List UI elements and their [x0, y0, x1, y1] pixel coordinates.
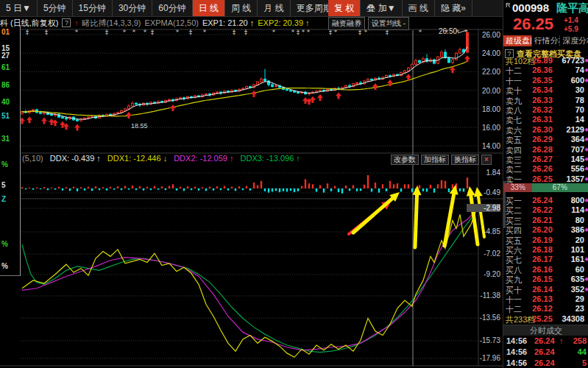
trade-tick-row: 14:5626.245 — [503, 358, 588, 368]
order-book-row[interactable]: 卖九26.3378 — [503, 96, 588, 105]
volume-change-marker: ◆ — [585, 227, 588, 233]
order-volume: 78 — [553, 96, 584, 105]
order-volume: 364 — [553, 135, 584, 144]
order-book-row[interactable]: 卖五26.29364◆ — [503, 135, 588, 144]
svg-text:‡: ‡ — [297, 29, 300, 36]
order-book-row[interactable]: 卖六26.302129◆ — [503, 125, 588, 135]
order-book-row[interactable]: 买九26.15635◆ — [503, 275, 588, 284]
overlay-button[interactable]: 融资融券 — [328, 17, 365, 30]
svg-text:*: * — [123, 29, 127, 36]
signal-up-icon: ↑ — [74, 19, 78, 27]
indicator-button[interactable]: 加指标 — [421, 155, 449, 165]
toolbar-button[interactable]: 隐 藏» — [435, 0, 472, 16]
period-tab[interactable]: 5 日▼ — [0, 0, 38, 16]
ddx-values: DDX: -0.439 ↑DDX1: -12.446 ↓DDX2: -12.05… — [50, 154, 300, 163]
order-book-row[interactable]: 买六26.18101 — [503, 245, 588, 255]
order-volume: 600 — [553, 76, 584, 85]
order-book-row[interactable]: 卖二26.26556◆ — [503, 164, 588, 174]
toolbar-button[interactable]: 叠 加▼ — [361, 0, 402, 16]
tick-volume: 5 — [582, 358, 587, 367]
order-book-row[interactable]: 卖七26.3114 — [503, 115, 588, 124]
sell-ratio: 33% — [504, 183, 532, 192]
period-tab[interactable]: 日 线 — [193, 0, 225, 16]
help-icon[interactable]: ? — [62, 18, 71, 27]
volume-change-marker: ◆ — [585, 77, 588, 83]
main-indicator-name[interactable]: 睹比搏(14,3,3,9) — [82, 18, 141, 29]
period-buttons: 5 日▼5分钟15分钟30分钟60分钟日 线周 线月 线更多周期▼ — [0, 0, 347, 16]
order-book-row[interactable]: 十二26.1223 — [503, 304, 588, 314]
oscillator-axis-label: -9.20 — [467, 270, 500, 278]
order-book-row[interactable]: 卖一26.251357◆ — [503, 174, 588, 184]
order-book-row[interactable]: 十一26.1329 — [503, 294, 588, 304]
ddx-caption-bar: (5,10) DDX: -0.439 ↑DDX1: -12.446 ↓DDX2:… — [22, 154, 300, 163]
order-book-row[interactable]: 买五26.1920 — [503, 236, 588, 245]
volume-change-marker: ◆ — [585, 67, 588, 73]
volume-change-marker: ◆ — [585, 176, 588, 182]
tick-volume: 258 — [573, 336, 587, 345]
svg-text:*: * — [291, 29, 295, 36]
order-book-row[interactable]: 买一26.24800◆ — [503, 196, 588, 205]
period-tab[interactable]: 周 线 — [225, 0, 258, 16]
order-volume: 1357 — [553, 174, 584, 183]
toolbar-button[interactable]: 画 线 — [403, 0, 435, 16]
buy-ratio: 67% — [532, 183, 588, 192]
quote-tab[interactable]: 行情分析 — [532, 35, 561, 46]
full-orderbook-link[interactable]: ?查看完整档买卖盘 — [505, 46, 588, 56]
period-tab[interactable]: 60分钟 — [152, 0, 192, 16]
left-strip-value: % — [1, 160, 8, 169]
exp1-value: EXP1: 21.20 ↑ — [202, 18, 254, 27]
indicator-button[interactable]: 改参数 — [391, 155, 419, 165]
left-strip-value: 01 — [1, 28, 10, 36]
toolbar-button[interactable]: 复 权 — [328, 0, 361, 16]
order-book-row[interactable]: 十一26.35600◆ — [503, 76, 588, 85]
chart-tool-buttons: 复 权叠 加▼画 线隐 藏» — [328, 0, 472, 16]
volume-change-marker: ◆ — [585, 256, 588, 262]
trade-ticks-title[interactable]: 分时成交 — [503, 325, 588, 336]
price-change-percent: +5.9 — [564, 25, 578, 33]
order-book-row[interactable]: 买三26.2180 — [503, 216, 588, 225]
close-indicator-button[interactable]: × — [481, 155, 492, 165]
price-annotation-label: 26.50 — [439, 27, 457, 35]
quote-tab[interactable]: 深度分析 — [560, 35, 588, 46]
period-tab[interactable]: 30分钟 — [113, 0, 152, 16]
oscillator-axis-label: -15.73 — [467, 336, 500, 344]
ddx-value: DDX1: -12.446 ↓ — [107, 154, 167, 163]
order-volume: 20 — [553, 236, 584, 244]
order-book-row[interactable]: 卖四26.28707◆ — [503, 145, 588, 155]
order-volume: 114 — [553, 205, 584, 214]
order-book-row[interactable]: 共102档26.8967723◆ — [503, 56, 588, 66]
order-book-row[interactable]: 买七26.17161◆ — [503, 255, 588, 264]
quote-tab[interactable]: 超级盘口 — [503, 35, 532, 46]
order-book-row[interactable]: 卖八26.3270 — [503, 105, 588, 115]
indicator-button[interactable]: 换指标 — [451, 155, 479, 165]
order-volume: 23 — [553, 304, 584, 313]
oscillator-axis-label: -17.96 — [467, 354, 500, 362]
tick-volume: 44 — [578, 347, 587, 356]
order-book-row[interactable]: 十二26.3674◆ — [503, 66, 588, 75]
order-book-row[interactable]: 买八26.1660 — [503, 265, 588, 275]
buy-sell-ratio-bar: 33% 67% — [504, 183, 588, 192]
order-book-row[interactable]: 买十26.14352◆ — [503, 285, 588, 294]
tick-price: 26.24 — [534, 336, 555, 345]
order-book-row[interactable]: 卖十26.3430 — [503, 85, 588, 95]
order-book-row[interactable]: 买四26.20386◆ — [503, 225, 588, 235]
overlay-button[interactable]: 设置均线 - — [368, 17, 409, 30]
volume-change-marker: ◆ — [585, 136, 588, 142]
order-book-row[interactable]: 共233档25.2534308 — [503, 314, 588, 324]
left-strip-value: 27 — [1, 52, 10, 60]
period-tab[interactable]: 5分钟 — [38, 0, 73, 16]
margin-marker: R — [506, 1, 511, 9]
order-book-row[interactable]: 买二26.22114◆ — [503, 205, 588, 215]
order-volume: 30 — [553, 85, 584, 94]
period-tab[interactable]: 15分钟 — [73, 0, 113, 16]
order-volume: 707 — [553, 145, 584, 154]
last-price: 26.25 — [513, 15, 553, 34]
stock-code: 000998 — [512, 1, 549, 14]
expma-label[interactable]: EXPMA(12,50) — [145, 18, 199, 27]
order-book-row[interactable]: 卖三26.27145◆ — [503, 155, 588, 164]
svg-text:‡: ‡ — [233, 29, 236, 36]
order-volume: 34308 — [553, 314, 584, 323]
period-tab[interactable]: 月 线 — [258, 0, 290, 16]
tick-time: 14:56 — [506, 336, 527, 345]
order-volume: 67723 — [553, 56, 584, 65]
